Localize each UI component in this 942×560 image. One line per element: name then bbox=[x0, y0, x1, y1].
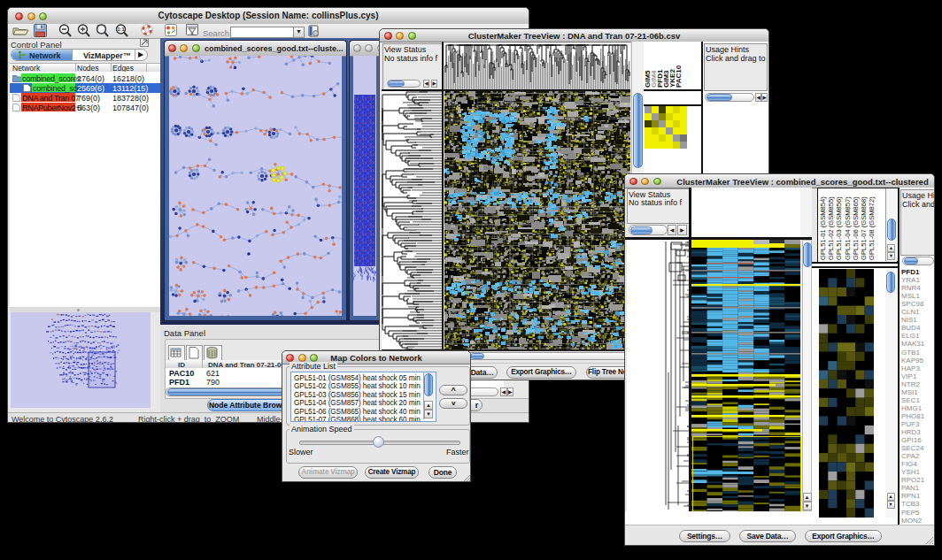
svg-text:GPL51-06 (GSM865): GPL51-06 (GSM865) bbox=[852, 196, 860, 260]
svg-text:GPL51-07 (GSM868): GPL51-07 (GSM868) bbox=[860, 196, 868, 260]
svg-text:GPL51-08 (GSM872): GPL51-08 (GSM872) bbox=[868, 196, 876, 260]
svg-text:GPL51-01 (GSM854): GPL51-01 (GSM854) bbox=[819, 196, 827, 260]
svg-text:GPL51-02 (GSM855): GPL51-02 (GSM855) bbox=[827, 196, 835, 260]
svg-text:1:1: 1:1 bbox=[118, 27, 125, 32]
svg-text:GPL51-03 (GSM856): GPL51-03 (GSM856) bbox=[835, 196, 843, 260]
svg-text:PAC10: PAC10 bbox=[675, 65, 683, 88]
svg-text:GPL51-04 (GSM857): GPL51-04 (GSM857) bbox=[844, 196, 852, 260]
